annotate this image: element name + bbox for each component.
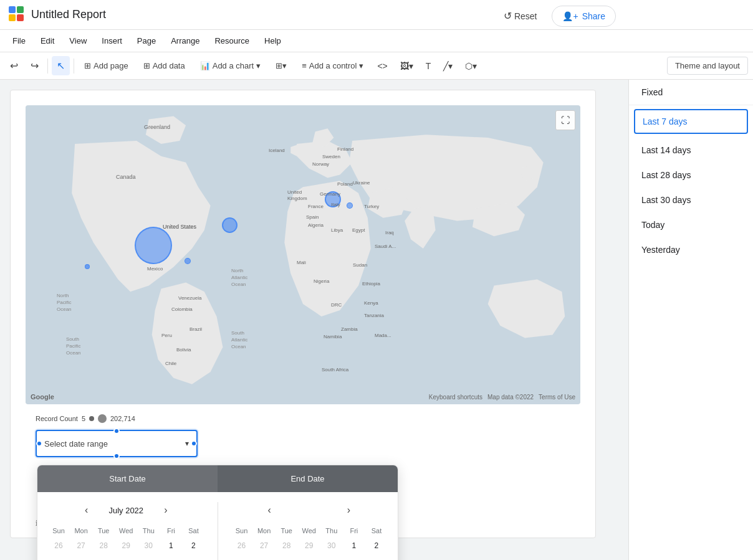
calendar-day[interactable]: 7: [320, 554, 343, 560]
menu-resource[interactable]: Resource: [207, 32, 257, 49]
reset-icon: ↺: [504, 10, 512, 22]
calendar-day[interactable]: 1: [343, 537, 365, 554]
calendar-day[interactable]: 2: [182, 537, 204, 554]
left-month-header: ‹ July 2022 ›: [47, 502, 205, 518]
menu-bar: File Edit View Insert Page Arrange Resou…: [0, 30, 753, 52]
col-tue-2: Tue: [276, 524, 298, 537]
add-scorecard-button[interactable]: ⊞▾: [269, 57, 293, 74]
calendar-day[interactable]: 4: [253, 554, 276, 560]
reset-button[interactable]: ↺ Reset: [494, 5, 547, 27]
svg-rect-2: [9, 14, 16, 21]
add-control-dropdown-icon: ▾: [359, 61, 363, 70]
redo-button[interactable]: ↪: [26, 56, 44, 75]
undo-button[interactable]: ↩: [5, 56, 23, 75]
calendar-header: Start Date End Date: [37, 465, 398, 492]
google-brand: Google: [31, 393, 54, 401]
resize-handle-left[interactable]: [36, 440, 42, 447]
resize-handle-bottom[interactable]: [113, 453, 120, 459]
right-month-header: ‹ ›: [231, 502, 388, 518]
panel-item-last14[interactable]: Last 14 days: [629, 138, 753, 163]
calendar-day[interactable]: 29: [115, 537, 137, 554]
menu-file[interactable]: File: [5, 32, 33, 49]
calendar-day[interactable]: 29: [298, 537, 320, 554]
panel-item-last7[interactable]: Last 7 days: [634, 109, 748, 134]
share-button[interactable]: 👤+ Share: [552, 6, 616, 27]
calendar-day[interactable]: 3: [47, 554, 70, 560]
panel-item-last28[interactable]: Last 28 days: [629, 163, 753, 187]
prev-month-button[interactable]: ‹: [80, 502, 93, 518]
col-wed-1: Wed: [115, 524, 137, 537]
dot-large: [98, 414, 107, 423]
calendar-day[interactable]: 8: [343, 554, 365, 560]
calendar-day[interactable]: 6: [298, 554, 320, 560]
calendar-day[interactable]: 9: [182, 554, 204, 560]
calendar-day[interactable]: 30: [320, 537, 343, 554]
panel-fixed-title: Fixed: [629, 80, 753, 105]
panel-item-yesterday[interactable]: Yesterday: [629, 237, 753, 262]
svg-rect-0: [9, 6, 16, 13]
menu-page[interactable]: Page: [130, 32, 163, 49]
calendar-day[interactable]: 9: [365, 554, 388, 560]
line-button[interactable]: ╱▾: [438, 57, 458, 75]
end-date-tab[interactable]: End Date: [218, 465, 398, 492]
cursor-button[interactable]: ↖: [52, 56, 70, 75]
calendar-day[interactable]: 26: [231, 537, 253, 554]
next-month-right-button[interactable]: ›: [342, 502, 355, 518]
prev-month-right-button[interactable]: ‹: [262, 502, 276, 518]
bubble-us-medium: [222, 217, 237, 233]
date-range-text: Select date range: [44, 439, 108, 448]
left-month-title: July 2022: [98, 506, 154, 515]
resize-handle-top[interactable]: [113, 428, 120, 434]
menu-arrange[interactable]: Arrange: [163, 32, 207, 49]
calendar-day[interactable]: 4: [70, 554, 92, 560]
calendar-day[interactable]: 27: [70, 537, 92, 554]
menu-edit[interactable]: Edit: [33, 32, 62, 49]
calendar-day[interactable]: 8: [160, 554, 182, 560]
code-button[interactable]: <>: [372, 57, 392, 75]
calendar-day[interactable]: 6: [115, 554, 137, 560]
add-control-button[interactable]: ≡ Add a control ▾: [295, 57, 370, 74]
image-button[interactable]: 🖼▾: [395, 57, 418, 75]
calendar-day[interactable]: 5: [92, 554, 115, 560]
calendar-day[interactable]: 30: [137, 537, 160, 554]
calendar-day[interactable]: 1: [160, 537, 182, 554]
resize-handle-right[interactable]: [191, 440, 197, 447]
date-range-dropdown-icon: ▾: [185, 439, 189, 448]
bubble-uk: [325, 191, 341, 207]
toolbar: ↩ ↪ ↖ ⊞ Add page ⊞ Add data 📊 Add a char…: [0, 52, 753, 80]
add-data-button[interactable]: ⊞ Add data: [137, 57, 191, 74]
add-page-button[interactable]: ⊞ Add page: [78, 57, 135, 74]
left-calendar-grid: Sun Mon Tue Wed Thu Fri Sat: [47, 524, 205, 560]
calendar-day[interactable]: 28: [276, 537, 298, 554]
svg-rect-1: [17, 6, 24, 13]
bubble-us-small: [185, 258, 191, 264]
calendar-day[interactable]: 26: [47, 537, 70, 554]
next-month-left-button[interactable]: ›: [159, 502, 172, 518]
start-date-tab[interactable]: Start Date: [37, 465, 218, 492]
fullscreen-button[interactable]: ⛶: [555, 110, 575, 130]
calendar-day[interactable]: 3: [231, 554, 253, 560]
add-chart-icon: 📊: [200, 61, 210, 70]
record-count: Record Count 5 202,714: [36, 414, 135, 423]
menu-help[interactable]: Help: [257, 32, 289, 49]
col-sat-2: Sat: [365, 524, 388, 537]
add-control-icon: ≡: [302, 61, 307, 70]
left-calendar: ‹ July 2022 › Sun Mon Tue: [47, 502, 205, 560]
col-sat-1: Sat: [182, 524, 204, 537]
menu-insert[interactable]: Insert: [94, 32, 130, 49]
panel-item-last30[interactable]: Last 30 days: [629, 187, 753, 212]
panel-item-today[interactable]: Today: [629, 212, 753, 237]
date-range-control[interactable]: Select date range ▾ Start Date End Date: [36, 430, 198, 457]
calendar-day[interactable]: 7: [137, 554, 160, 560]
text-button[interactable]: T: [421, 57, 436, 75]
menu-view[interactable]: View: [62, 32, 94, 49]
calendar-day[interactable]: 2: [365, 537, 388, 554]
toolbar-divider-2: [74, 59, 74, 74]
calendar-day[interactable]: 28: [92, 537, 115, 554]
col-mon-2: Mon: [253, 524, 276, 537]
calendar-day[interactable]: 5: [276, 554, 298, 560]
add-chart-button[interactable]: 📊 Add a chart ▾: [194, 57, 267, 74]
shape-button[interactable]: ⬡▾: [460, 57, 482, 75]
theme-layout-button[interactable]: Theme and layout: [667, 57, 748, 75]
calendar-day[interactable]: 27: [253, 537, 276, 554]
